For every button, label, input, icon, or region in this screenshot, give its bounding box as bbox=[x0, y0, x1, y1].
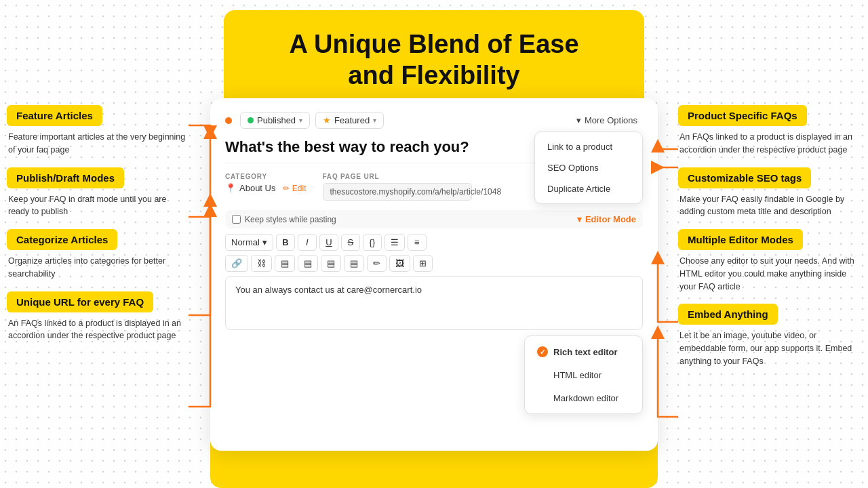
page-title: A Unique Blend of Ease and Flexibility bbox=[251, 29, 617, 91]
editor-toolbar-row2: 🔗 ⛓ ▤ ▤ ▤ ▤ ✏ 🖼 ⊞ bbox=[225, 255, 643, 272]
empty-check-2 bbox=[537, 392, 548, 403]
strikethrough-button[interactable]: S bbox=[341, 234, 360, 251]
title-line1: A Unique Blend of Ease bbox=[289, 30, 578, 58]
more-options-menu: Link to a product SEO Options Duplicate … bbox=[534, 131, 643, 204]
editor-mode-label: Editor Mode bbox=[585, 214, 636, 224]
editor-option-markdown[interactable]: Markdown editor bbox=[525, 386, 642, 409]
align-justify-button[interactable]: ▤ bbox=[344, 255, 364, 272]
more-options-label: More Options bbox=[585, 115, 637, 125]
mockup-top-bar: Published ▾ ★ Featured ▾ ▾ More Options … bbox=[225, 112, 643, 129]
category-label: CATEGORY bbox=[225, 173, 307, 180]
mockup-badges: Published ▾ ★ Featured ▾ bbox=[225, 112, 384, 129]
url-col: FAQ PAGE URL thesucostore.myshopify.com/… bbox=[323, 173, 472, 201]
format-select[interactable]: Normal ▾ bbox=[225, 234, 273, 251]
star-icon: ★ bbox=[323, 115, 331, 125]
feature-desc-2: Keep your FAQ in draft mode until you ar… bbox=[7, 193, 186, 219]
align-center-button[interactable]: ▤ bbox=[298, 255, 318, 272]
feature-card-r2: Customizable SEO tags Make your FAQ easi… bbox=[678, 167, 861, 219]
url-label: FAQ PAGE URL bbox=[323, 173, 472, 180]
embed-button[interactable]: ⊞ bbox=[413, 255, 433, 272]
feature-card-1: Feature Articles Feature important artic… bbox=[7, 105, 186, 157]
image-button[interactable]: 🖼 bbox=[389, 255, 410, 272]
left-feature-cards: Feature Articles Feature important artic… bbox=[7, 105, 186, 353]
category-value: 📍 About Us ✏ Edit bbox=[225, 183, 307, 193]
main-container: A Unique Blend of Ease and Flexibility F… bbox=[0, 0, 868, 488]
published-badge[interactable]: Published ▾ bbox=[240, 112, 310, 129]
title-line2: and Flexibility bbox=[348, 61, 519, 89]
feature-card-3: Categorize Articles Organize articles in… bbox=[7, 229, 186, 281]
feature-card-r3: Multiple Editor Modes Choose any editor … bbox=[678, 229, 861, 293]
editor-option-html[interactable]: HTML editor bbox=[525, 363, 642, 386]
published-label: Published bbox=[257, 115, 296, 125]
right-feature-cards: Product Specific FAQs An FAQs linked to … bbox=[678, 105, 861, 379]
align-right-button[interactable]: ▤ bbox=[321, 255, 341, 272]
mockup-container: Published ▾ ★ Featured ▾ ▾ More Options … bbox=[210, 98, 658, 451]
list-button[interactable]: ☰ bbox=[384, 234, 405, 251]
code-button[interactable]: {} bbox=[363, 234, 382, 251]
unlink-button[interactable]: ⛓ bbox=[251, 255, 272, 272]
url-field[interactable]: thesucostore.myshopify.com/a/help/articl… bbox=[323, 183, 472, 201]
feature-card-r4: Embed Anything Let it be an image, youtu… bbox=[678, 304, 861, 367]
format-label: Normal bbox=[231, 237, 260, 247]
keep-styles-checkbox[interactable] bbox=[232, 215, 241, 224]
editor-content-area[interactable]: You an always contact us at care@cornerc… bbox=[225, 276, 643, 330]
category-text: About Us bbox=[239, 183, 275, 193]
featured-badge[interactable]: ★ Featured ▾ bbox=[315, 112, 384, 129]
align-left-button[interactable]: ▤ bbox=[275, 255, 295, 272]
header-box: A Unique Blend of Ease and Flexibility bbox=[224, 10, 644, 113]
feature-desc-3: Organize articles into categories for be… bbox=[7, 255, 186, 281]
feature-card-4: Unique URL for every FAQ An FAQs linked … bbox=[7, 291, 186, 343]
editor-dropdown: ✓ Rich text editor HTML editor Markdown … bbox=[524, 336, 643, 414]
published-dot bbox=[248, 117, 254, 123]
editor-mode-bar: Keep styles while pasting ▾ Editor Mode bbox=[225, 210, 643, 228]
feature-title-4: Unique URL for every FAQ bbox=[7, 291, 153, 312]
feature-desc-r3: Choose any editor to suit your needs. An… bbox=[678, 255, 861, 293]
editor-option-rich[interactable]: ✓ Rich text editor bbox=[525, 340, 642, 363]
underline-button[interactable]: U bbox=[319, 234, 338, 251]
featured-chevron: ▾ bbox=[373, 117, 376, 124]
format-chevron: ▾ bbox=[262, 237, 267, 247]
feature-title-1: Feature Articles bbox=[7, 105, 102, 126]
edit-icon[interactable]: ✏ Edit bbox=[283, 184, 306, 193]
editor-html-label: HTML editor bbox=[553, 370, 601, 380]
feature-desc-4: An FAQs linked to a product is displayed… bbox=[7, 317, 186, 343]
featured-label: Featured bbox=[334, 115, 370, 125]
category-col: CATEGORY 📍 About Us ✏ Edit bbox=[225, 173, 307, 193]
feature-desc-r2: Make your FAQ easily findable in Google … bbox=[678, 193, 861, 219]
feature-card-r1: Product Specific FAQs An FAQs linked to … bbox=[678, 105, 861, 157]
italic-button[interactable]: I bbox=[298, 234, 317, 251]
feature-desc-1: Feature important articles at the very b… bbox=[7, 131, 186, 157]
editor-mode-button[interactable]: ▾ Editor Mode bbox=[577, 214, 636, 224]
pencil-button[interactable]: ✏ bbox=[367, 255, 387, 272]
feature-title-r3: Multiple Editor Modes bbox=[678, 229, 803, 250]
chevron-down-icon-2: ▾ bbox=[577, 214, 582, 224]
menu-item-link-product[interactable]: Link to a product bbox=[535, 136, 642, 157]
keep-styles-option[interactable]: Keep styles while pasting bbox=[232, 215, 336, 224]
chevron-down-icon: ▾ bbox=[576, 115, 581, 125]
more-options-dropdown[interactable]: ▾ More Options Link to a product SEO Opt… bbox=[571, 113, 643, 128]
check-icon: ✓ bbox=[537, 346, 548, 357]
published-chevron: ▾ bbox=[299, 117, 302, 124]
keep-styles-label: Keep styles while pasting bbox=[245, 215, 336, 224]
menu-item-duplicate[interactable]: Duplicate Article bbox=[535, 178, 642, 199]
menu-item-seo[interactable]: SEO Options bbox=[535, 157, 642, 178]
more-options-button[interactable]: ▾ More Options bbox=[571, 113, 643, 128]
feature-title-r2: Customizable SEO tags bbox=[678, 167, 811, 188]
editor-markdown-label: Markdown editor bbox=[553, 393, 618, 403]
nav-dot bbox=[225, 117, 232, 124]
feature-title-2: Publish/Draft Modes bbox=[7, 167, 124, 188]
feature-desc-r1: An FAQs linked to a product is displayed… bbox=[678, 131, 861, 157]
pin-icon: 📍 bbox=[225, 183, 236, 193]
empty-check bbox=[537, 369, 548, 380]
editor-rich-label: Rich text editor bbox=[553, 347, 618, 357]
feature-title-3: Categorize Articles bbox=[7, 229, 117, 250]
feature-title-r1: Product Specific FAQs bbox=[678, 105, 807, 126]
editor-toolbar-row1: Normal ▾ B I U S {} ☰ ≡ bbox=[225, 234, 643, 251]
ordered-list-button[interactable]: ≡ bbox=[408, 234, 427, 251]
link-button[interactable]: 🔗 bbox=[225, 255, 248, 272]
bold-button[interactable]: B bbox=[276, 234, 295, 251]
editor-text: You an always contact us at care@cornerc… bbox=[235, 285, 422, 295]
feature-title-r4: Embed Anything bbox=[678, 304, 778, 325]
feature-card-2: Publish/Draft Modes Keep your FAQ in dra… bbox=[7, 167, 186, 219]
feature-desc-r4: Let it be an image, youtube video, or em… bbox=[678, 329, 861, 367]
